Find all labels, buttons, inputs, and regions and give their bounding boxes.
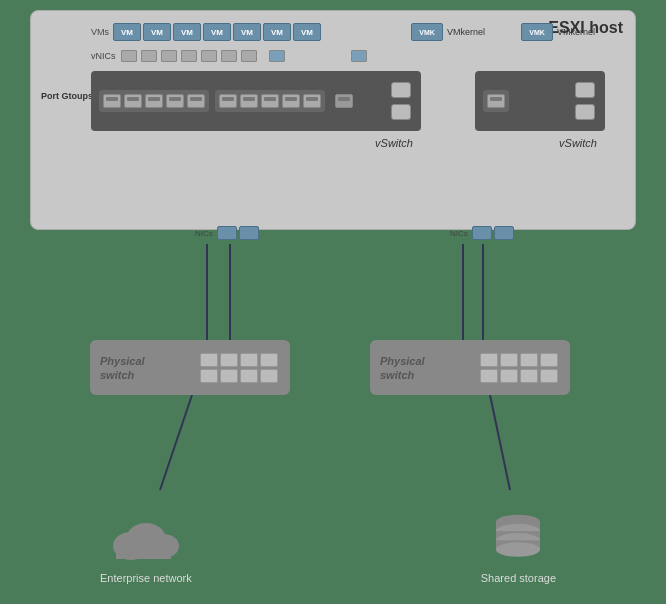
- phys-port-r1: [480, 353, 498, 367]
- port-group-right: [483, 90, 509, 112]
- port-groups-label: Port Gtoups: [41, 91, 93, 101]
- port-5: [187, 94, 205, 108]
- vnic-vmk-left: [269, 50, 285, 62]
- phys-port-l4: [260, 353, 278, 367]
- vnic-vmk-right: [351, 50, 367, 62]
- nics-left: NICs: [195, 226, 259, 240]
- port-10: [303, 94, 321, 108]
- vms-label: VMs: [91, 27, 109, 37]
- nic-left-1: [217, 226, 237, 240]
- vmkernel-label-right: VMkernel: [557, 27, 595, 37]
- physical-switch-right: Physicalswitch: [370, 340, 570, 395]
- nics-left-label: NICs: [195, 229, 213, 238]
- db-container: Shared storage: [481, 511, 556, 584]
- uplink-r2: [575, 104, 595, 120]
- vm-box-3: VM: [173, 23, 201, 41]
- vswitch-left-label: vSwitch: [375, 137, 413, 149]
- port-group-section-2: [215, 90, 325, 112]
- port-7: [240, 94, 258, 108]
- phys-port-r4: [540, 353, 558, 367]
- uplink-r1: [575, 82, 595, 98]
- port-8: [261, 94, 279, 108]
- vm-box-4: VM: [203, 23, 231, 41]
- vmk-box-right: VMK: [521, 23, 553, 41]
- phys-port-l1: [200, 353, 218, 367]
- phys-port-r2: [500, 353, 518, 367]
- physical-switch-left-label: Physicalswitch: [100, 353, 145, 382]
- vnics-label: vNICs: [91, 51, 116, 61]
- database-icon: [488, 511, 548, 566]
- vswitch-left: vSwitch: [91, 71, 421, 131]
- phys-port-l6: [220, 369, 238, 383]
- uplink-2: [391, 104, 411, 120]
- vnic-row: vNICs: [91, 49, 368, 63]
- vm-box-6: VM: [263, 23, 291, 41]
- svg-line-16: [490, 395, 510, 490]
- vm-box-2: VM: [143, 23, 171, 41]
- port-3: [145, 94, 163, 108]
- vm-row: VMs VM VM VM VM VM VM VM: [91, 23, 321, 41]
- nics-right: NICs: [450, 226, 514, 240]
- nic-left-2: [239, 226, 259, 240]
- port-6: [219, 94, 237, 108]
- port-4: [166, 94, 184, 108]
- phys-port-l2: [220, 353, 238, 367]
- shared-storage-label: Shared storage: [481, 572, 556, 584]
- port-group-vmk: [331, 90, 357, 112]
- vnic-4: [181, 50, 197, 62]
- svg-point-29: [496, 542, 540, 557]
- phys-port-r8: [540, 369, 558, 383]
- port-group-section-1: [99, 90, 209, 112]
- phys-port-r7: [520, 369, 538, 383]
- port-vmk: [335, 94, 353, 108]
- svg-line-15: [160, 395, 192, 490]
- vmk-box-left: VMK: [411, 23, 443, 41]
- vm-box-5: VM: [233, 23, 261, 41]
- physical-switch-right-label: Physicalswitch: [380, 353, 425, 382]
- vnic-5: [201, 50, 217, 62]
- phys-port-l5: [200, 369, 218, 383]
- phys-port-r6: [500, 369, 518, 383]
- nic-right-2: [494, 226, 514, 240]
- enterprise-network-label: Enterprise network: [100, 572, 192, 584]
- vnic-3: [161, 50, 177, 62]
- port-9: [282, 94, 300, 108]
- port-2: [124, 94, 142, 108]
- phys-port-l3: [240, 353, 258, 367]
- vm-box-1: VM: [113, 23, 141, 41]
- phys-port-r3: [520, 353, 538, 367]
- vm-box-7: VM: [293, 23, 321, 41]
- port-1: [103, 94, 121, 108]
- cloud-icon: [106, 511, 186, 566]
- uplink-1: [391, 82, 411, 98]
- phys-ports-right: [480, 353, 558, 383]
- vmkernel-label-left: VMkernel: [447, 27, 485, 37]
- vswitch-right-label: vSwitch: [559, 137, 597, 149]
- uplink-group-left: [389, 80, 413, 122]
- vnic-1: [121, 50, 137, 62]
- phys-port-l8: [260, 369, 278, 383]
- uplink-group-right: [573, 80, 597, 122]
- vswitch-right: vSwitch: [475, 71, 605, 131]
- svg-rect-22: [116, 545, 171, 559]
- nics-right-label: NICs: [450, 229, 468, 238]
- vnic-6: [221, 50, 237, 62]
- vnic-2: [141, 50, 157, 62]
- port-r1: [487, 94, 505, 108]
- phys-ports-left: [200, 353, 278, 383]
- physical-switch-left: Physicalswitch: [90, 340, 290, 395]
- nic-right-1: [472, 226, 492, 240]
- vnic-7: [241, 50, 257, 62]
- vmkernel-group-right: VMK VMkernel: [521, 23, 595, 41]
- phys-port-r5: [480, 369, 498, 383]
- cloud-container: Enterprise network: [100, 511, 192, 584]
- esxi-host-container: ESXI host Port Gtoups VMs VM VM VM VM VM…: [30, 10, 636, 230]
- vmkernel-group-left: VMK VMkernel: [411, 23, 485, 41]
- phys-port-l7: [240, 369, 258, 383]
